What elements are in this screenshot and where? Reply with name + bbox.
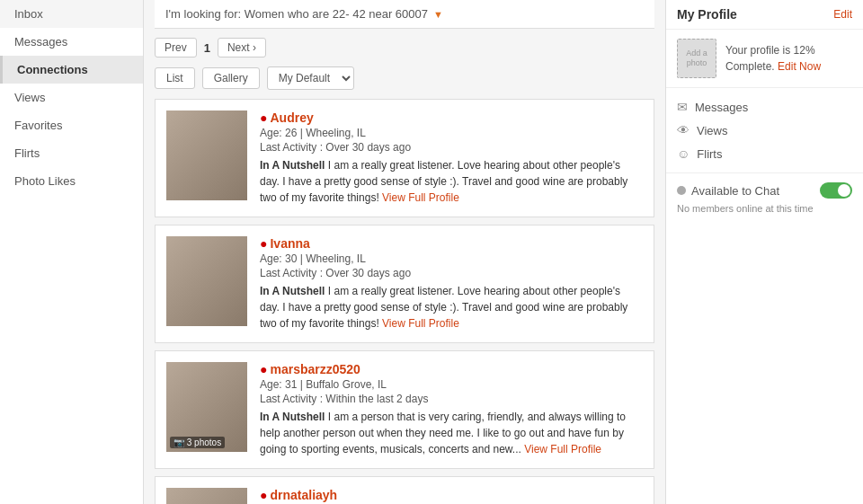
right-nav-flirts[interactable]: ☺ Flirts — [677, 142, 852, 165]
sidebar-item-favorites[interactable]: Favorites — [0, 111, 143, 139]
chat-toggle-row: Available to Chat — [677, 182, 852, 199]
list-view-button[interactable]: List — [155, 67, 195, 89]
sidebar-item-connections[interactable]: Connections — [0, 56, 143, 84]
profile-edit-link[interactable]: Edit — [833, 8, 852, 21]
profile-name-line: ●marsbarzz0520 — [260, 362, 643, 376]
profile-name-line: ●drnataliayh — [260, 488, 643, 502]
next-button[interactable]: Next › — [218, 38, 266, 57]
profile-nutshell: In A Nutshell I am a person that is very… — [260, 409, 643, 457]
profile-info: ●IvannaAge: 30 | Wheeling, ILLast Activi… — [260, 236, 643, 332]
online-indicator: ● — [260, 488, 267, 502]
gallery-view-button[interactable]: Gallery — [202, 67, 260, 89]
search-bar: I'm looking for: Women who are 22- 42 ne… — [155, 0, 654, 29]
right-nav-views[interactable]: 👁 Views — [677, 119, 852, 142]
main-content: I'm looking for: Women who are 22- 42 ne… — [144, 0, 665, 504]
chat-status-text: No members online at this time — [677, 203, 852, 214]
chat-label-text: Available to Chat — [691, 184, 779, 198]
sidebar-item-inbox[interactable]: Inbox — [0, 0, 143, 28]
view-controls: List Gallery My Default Newest Last Acti… — [155, 66, 654, 90]
profile-card: ●AudreyAge: 26 | Wheeling, ILLast Activi… — [155, 99, 654, 217]
sort-select[interactable]: My Default Newest Last Active Distance — [267, 66, 354, 90]
search-filter-arrow[interactable]: ▼ — [433, 9, 443, 20]
chat-section: Available to Chat No members online at t… — [666, 173, 863, 223]
sidebar-item-flirts[interactable]: Flirts — [0, 139, 143, 167]
profile-info: ●drnataliayhAge: 44 | Evanston, ILLast A… — [260, 488, 643, 504]
profile-card: 📷 3 photos●marsbarzz0520Age: 31 | Buffal… — [155, 350, 654, 469]
sidebar-item-photo-likes[interactable]: Photo Likes — [0, 167, 143, 195]
avatar-placeholder[interactable]: Add a photo — [677, 39, 716, 78]
online-indicator: ● — [260, 236, 267, 251]
profile-meta: Age: 31 | Buffalo Grove, IL — [260, 378, 643, 391]
profile-activity: Last Activity : Over 30 days ago — [260, 267, 643, 279]
view-full-profile-link[interactable]: View Full Profile — [382, 317, 459, 330]
profile-meta: Age: 26 | Wheeling, IL — [260, 127, 643, 139]
right-sidebar: My Profile Edit Add a photo Your profile… — [665, 0, 863, 504]
chat-label: Available to Chat — [677, 184, 779, 198]
online-indicator: ● — [260, 111, 267, 125]
right-nav-views-label: Views — [697, 124, 727, 137]
profile-photo[interactable]: 📷 3 photos — [166, 362, 247, 452]
profile-activity: Last Activity : Over 30 days ago — [260, 141, 643, 154]
profile-complete-section: Add a photo Your profile is 12% Complete… — [666, 30, 863, 88]
profile-activity: Last Activity : Within the last 2 days — [260, 393, 643, 405]
profile-info: ●marsbarzz0520Age: 31 | Buffalo Grove, I… — [260, 362, 643, 457]
profile-complete-text: Your profile is 12% Complete. Edit Now — [725, 42, 852, 75]
profile-name-line: ●Audrey — [260, 111, 643, 125]
edit-now-link[interactable]: Edit Now — [778, 60, 821, 73]
profile-card: ●IvannaAge: 30 | Wheeling, ILLast Activi… — [155, 225, 654, 343]
photo-count: 📷 3 photos — [170, 437, 225, 448]
prev-button[interactable]: Prev — [155, 38, 197, 57]
profile-nutshell: In A Nutshell I am a really great listen… — [260, 157, 643, 206]
flirts-icon: ☺ — [677, 146, 690, 161]
current-page: 1 — [204, 41, 210, 55]
profile-nutshell: In A Nutshell I am a really great listen… — [260, 283, 643, 332]
sidebar-item-views[interactable]: Views — [0, 84, 143, 111]
profile-info: ●AudreyAge: 26 | Wheeling, ILLast Activi… — [260, 111, 643, 206]
search-bar-text: I'm looking for: Women who are 22- 42 ne… — [165, 7, 428, 21]
profile-name-link[interactable]: Ivanna — [270, 236, 309, 251]
sidebar-item-messages[interactable]: Messages — [0, 28, 143, 56]
profile-list: ●AudreyAge: 26 | Wheeling, ILLast Activi… — [155, 99, 654, 504]
profile-photo[interactable] — [166, 236, 247, 326]
messages-icon: ✉ — [677, 100, 688, 114]
profile-name-link[interactable]: drnataliayh — [270, 488, 337, 502]
pagination: Prev 1 Next › — [155, 38, 654, 57]
chat-toggle-switch[interactable] — [820, 182, 852, 199]
chat-status-dot — [677, 186, 686, 195]
profile-photo[interactable] — [166, 488, 247, 504]
right-nav-messages[interactable]: ✉ Messages — [677, 95, 852, 119]
view-full-profile-link[interactable]: View Full Profile — [524, 443, 601, 455]
profile-card: ●drnataliayhAge: 44 | Evanston, ILLast A… — [155, 476, 654, 504]
my-profile-title: My Profile — [677, 7, 737, 22]
profile-name-link[interactable]: Audrey — [270, 111, 313, 125]
profile-name-link[interactable]: marsbarzz0520 — [270, 362, 360, 376]
right-nav: ✉ Messages 👁 Views ☺ Flirts — [666, 88, 863, 173]
right-nav-flirts-label: Flirts — [697, 147, 722, 161]
my-profile-header: My Profile Edit — [666, 0, 863, 30]
view-full-profile-link[interactable]: View Full Profile — [382, 191, 459, 204]
profile-photo[interactable] — [166, 111, 247, 200]
right-nav-messages-label: Messages — [695, 101, 748, 114]
profile-name-line: ●Ivanna — [260, 236, 643, 251]
sidebar: InboxMessagesConnectionsViewsFavoritesFl… — [0, 0, 144, 504]
views-icon: 👁 — [677, 123, 690, 137]
online-indicator: ● — [260, 362, 267, 376]
profile-meta: Age: 30 | Wheeling, IL — [260, 252, 643, 265]
